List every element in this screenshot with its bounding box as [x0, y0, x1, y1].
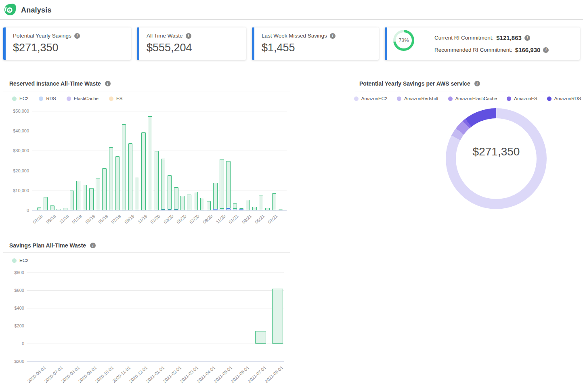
bar-ec2-01/20[interactable]: [155, 151, 159, 210]
info-icon[interactable]: [330, 33, 336, 39]
x-axis-tick-label: 03/19: [84, 214, 96, 224]
y-axis-tick-label: -$200: [3, 359, 24, 364]
bar-ec2-01/19[interactable]: [76, 181, 81, 210]
gridline: [27, 308, 284, 308]
stat-value: $555,204: [147, 42, 246, 54]
x-axis-tick-label: 07/20: [189, 214, 200, 224]
bar-ec2-08/20[interactable]: [200, 198, 205, 210]
stat-card-ri-commitment: 73% Current RI Commitment: $121,863 Reco…: [385, 27, 580, 60]
bar-ec2-11/19[interactable]: [141, 132, 146, 210]
legend-label: AmazonEC2: [361, 96, 388, 101]
bar-rds-01/21[interactable]: [233, 209, 237, 210]
info-icon[interactable]: [543, 47, 549, 53]
bar-ec2-10/20[interactable]: [213, 183, 218, 209]
bar-ec2-12/19[interactable]: [148, 116, 152, 210]
x-axis-tick-label: 2021-01-01: [145, 365, 165, 384]
bar-ec2-11/20[interactable]: [220, 159, 224, 209]
legend-dot-icon: [397, 96, 401, 101]
bar-ec2-04/19[interactable]: [96, 178, 100, 210]
bar-ec2-02/21[interactable]: [239, 208, 244, 209]
x-axis-tick-label: 09/20: [202, 214, 213, 224]
x-axis-tick-label: 11/20: [215, 214, 226, 224]
bar-rds-03/20[interactable]: [168, 210, 172, 210]
bar-rds-12/20[interactable]: [226, 208, 231, 210]
legend-item-amazonec2[interactable]: AmazonEC2: [354, 96, 388, 101]
bar-ec2-01/21[interactable]: [233, 203, 237, 208]
bar-ec2-09/20[interactable]: [207, 201, 211, 210]
bar-ec2-2021-08-01[interactable]: [272, 289, 283, 344]
bar-ec2-08/19[interactable]: [122, 124, 126, 210]
legend-dot-icon: [507, 96, 511, 101]
stat-card-all-time-waste: All Time Waste $555,204: [137, 27, 246, 60]
bar-rds-11/20[interactable]: [220, 209, 224, 210]
bar-rds-02/21[interactable]: [239, 209, 244, 210]
bar-ec2-09/18[interactable]: [50, 205, 55, 210]
bar-ec2-12/18[interactable]: [70, 191, 74, 210]
bar-ec2-05/19[interactable]: [102, 168, 107, 210]
bar-ec2-08/21[interactable]: [279, 210, 283, 210]
bar-ec2-04/20[interactable]: [174, 187, 178, 210]
legend-dot-icon: [354, 96, 359, 101]
bar-ec2-04/21[interactable]: [252, 207, 257, 210]
panel-savings-plan-waste: Savings Plan All-Time Waste EC2 $800$600…: [3, 241, 290, 392]
bar-rds-02/20[interactable]: [161, 210, 166, 210]
legend-label: AmazonRDS: [554, 96, 581, 101]
bar-ec2-10/18[interactable]: [57, 209, 61, 210]
info-icon[interactable]: [474, 81, 480, 86]
bar-ec2-07/20[interactable]: [194, 192, 198, 210]
x-axis-tick-label: 2021-07-01: [247, 365, 267, 384]
x-axis-tick-label: 07/18: [32, 214, 44, 224]
bar-ec2-12/20[interactable]: [226, 161, 231, 208]
savings-donut-chart[interactable]: [446, 108, 547, 209]
legend-item-amazones[interactable]: AmazonES: [507, 96, 537, 101]
commit-label: Current RI Commitment:: [434, 35, 493, 41]
x-axis-tick-label: 07/19: [110, 214, 122, 224]
bar-ec2-10/19[interactable]: [135, 177, 139, 210]
y-axis-tick-label: $40,000: [3, 128, 29, 133]
bar-ec2-02/19[interactable]: [83, 185, 87, 210]
bar-ec2-06/21[interactable]: [265, 208, 270, 210]
bar-ec2-02/20[interactable]: [161, 159, 166, 209]
bar-rds-10/20[interactable]: [213, 209, 218, 210]
recommended-ri-commitment-row: Recommended RI Commitment: $166,930: [434, 46, 549, 53]
bar-ec2-05/21[interactable]: [259, 195, 263, 210]
bar-ec2-03/19[interactable]: [89, 188, 94, 210]
bar-ec2-09/19[interactable]: [128, 143, 133, 210]
panel-savings-per-service: Potential Yearly Savings per AWS service…: [355, 79, 580, 232]
x-axis-tick-label: 2020-09-01: [77, 365, 97, 384]
legend-item-amazonredshift[interactable]: AmazonRedshift: [397, 96, 438, 101]
legend-item-amazonelasticache[interactable]: AmazonElastiCache: [448, 96, 497, 101]
bar-ec2-07/21[interactable]: [272, 193, 277, 210]
y-axis-tick-label: $50,000: [3, 109, 29, 113]
bar-ec2-07/18[interactable]: [37, 208, 42, 210]
x-axis-tick-label: 2021-08-01: [264, 365, 284, 384]
ring-percent-label: 73%: [398, 38, 409, 43]
info-icon[interactable]: [524, 35, 530, 41]
bar-ec2-05/20[interactable]: [180, 196, 185, 210]
bar-ec2-03/20[interactable]: [168, 175, 172, 210]
commit-value: $166,930: [515, 46, 541, 53]
stat-value: $1,455: [262, 42, 379, 54]
summary-cards: Potential Yearly Savings $271,350 All Ti…: [3, 27, 580, 60]
app-header: Analysis: [0, 0, 583, 20]
bar-ec2-2021-07-01[interactable]: [255, 331, 266, 344]
x-axis-tick-label: 2020-06-01: [26, 365, 46, 384]
sp-waste-chart: $800$600$400$2000-$2002020-06-012020-07-…: [3, 241, 290, 392]
bar-ec2-03/21[interactable]: [246, 200, 250, 210]
analysis-page: Analysis Potential Yearly Savings $271,3…: [0, 0, 583, 392]
bar-ec2-07/19[interactable]: [115, 156, 120, 210]
bar-ec2-06/19[interactable]: [109, 147, 113, 210]
legend-item-amazonrds[interactable]: AmazonRDS: [547, 96, 581, 101]
bar-rds-04/20[interactable]: [174, 210, 178, 210]
x-axis-tick-label: 2021-04-01: [196, 365, 216, 384]
bar-ec2-06/20[interactable]: [187, 195, 191, 210]
bar-ec2-11/18[interactable]: [63, 208, 67, 210]
bar-ec2-08/18[interactable]: [44, 197, 48, 210]
info-icon[interactable]: [74, 33, 80, 39]
x-axis-tick-label: 03/21: [241, 214, 252, 224]
gridline: [32, 171, 287, 171]
info-icon[interactable]: [186, 33, 191, 39]
spot-logo-icon[interactable]: [4, 3, 17, 16]
chart-title: Potential Yearly Savings per AWS service: [359, 80, 470, 87]
y-axis-tick-label: $20,000: [3, 168, 29, 173]
